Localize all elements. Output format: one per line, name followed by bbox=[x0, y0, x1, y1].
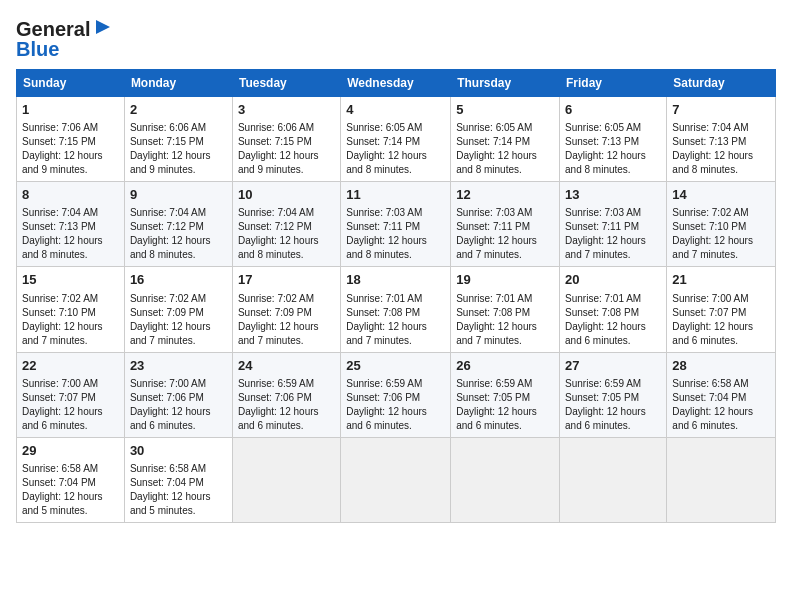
calendar-cell: 27Sunrise: 6:59 AMSunset: 7:05 PMDayligh… bbox=[560, 352, 667, 437]
calendar-cell: 1Sunrise: 7:06 AMSunset: 7:15 PMDaylight… bbox=[17, 97, 125, 182]
sunset-text: Sunset: 7:11 PM bbox=[565, 221, 639, 232]
sunrise-text: Sunrise: 7:01 AM bbox=[346, 293, 422, 304]
day-number: 23 bbox=[130, 357, 227, 375]
daylight-text: Daylight: 12 hours and 6 minutes. bbox=[565, 321, 646, 346]
day-number: 15 bbox=[22, 271, 119, 289]
day-number: 9 bbox=[130, 186, 227, 204]
sunset-text: Sunset: 7:08 PM bbox=[565, 307, 639, 318]
calendar-cell: 30Sunrise: 6:58 AMSunset: 7:04 PMDayligh… bbox=[124, 437, 232, 522]
sunset-text: Sunset: 7:08 PM bbox=[346, 307, 420, 318]
calendar-header-tuesday: Tuesday bbox=[232, 70, 340, 97]
day-number: 13 bbox=[565, 186, 661, 204]
logo-blue-text: Blue bbox=[16, 38, 59, 60]
sunset-text: Sunset: 7:12 PM bbox=[130, 221, 204, 232]
calendar-cell bbox=[341, 437, 451, 522]
sunset-text: Sunset: 7:06 PM bbox=[238, 392, 312, 403]
calendar-cell: 26Sunrise: 6:59 AMSunset: 7:05 PMDayligh… bbox=[451, 352, 560, 437]
calendar-header-monday: Monday bbox=[124, 70, 232, 97]
calendar-cell: 24Sunrise: 6:59 AMSunset: 7:06 PMDayligh… bbox=[232, 352, 340, 437]
calendar-week-row: 8Sunrise: 7:04 AMSunset: 7:13 PMDaylight… bbox=[17, 182, 776, 267]
day-number: 2 bbox=[130, 101, 227, 119]
sunrise-text: Sunrise: 7:00 AM bbox=[22, 378, 98, 389]
day-number: 22 bbox=[22, 357, 119, 375]
daylight-text: Daylight: 12 hours and 6 minutes. bbox=[672, 321, 753, 346]
sunset-text: Sunset: 7:15 PM bbox=[238, 136, 312, 147]
calendar-cell: 19Sunrise: 7:01 AMSunset: 7:08 PMDayligh… bbox=[451, 267, 560, 352]
sunset-text: Sunset: 7:11 PM bbox=[346, 221, 420, 232]
daylight-text: Daylight: 12 hours and 7 minutes. bbox=[130, 321, 211, 346]
sunset-text: Sunset: 7:04 PM bbox=[22, 477, 96, 488]
day-number: 29 bbox=[22, 442, 119, 460]
day-number: 8 bbox=[22, 186, 119, 204]
sunset-text: Sunset: 7:12 PM bbox=[238, 221, 312, 232]
calendar-cell: 15Sunrise: 7:02 AMSunset: 7:10 PMDayligh… bbox=[17, 267, 125, 352]
sunrise-text: Sunrise: 7:03 AM bbox=[565, 207, 641, 218]
calendar-week-row: 29Sunrise: 6:58 AMSunset: 7:04 PMDayligh… bbox=[17, 437, 776, 522]
calendar-cell: 16Sunrise: 7:02 AMSunset: 7:09 PMDayligh… bbox=[124, 267, 232, 352]
calendar-week-row: 15Sunrise: 7:02 AMSunset: 7:10 PMDayligh… bbox=[17, 267, 776, 352]
logo: General Blue bbox=[16, 16, 114, 61]
sunrise-text: Sunrise: 7:02 AM bbox=[130, 293, 206, 304]
calendar-header-saturday: Saturday bbox=[667, 70, 776, 97]
daylight-text: Daylight: 12 hours and 8 minutes. bbox=[238, 235, 319, 260]
sunrise-text: Sunrise: 7:00 AM bbox=[130, 378, 206, 389]
daylight-text: Daylight: 12 hours and 7 minutes. bbox=[22, 321, 103, 346]
daylight-text: Daylight: 12 hours and 8 minutes. bbox=[672, 150, 753, 175]
sunset-text: Sunset: 7:09 PM bbox=[130, 307, 204, 318]
day-number: 24 bbox=[238, 357, 335, 375]
calendar-cell bbox=[560, 437, 667, 522]
calendar-cell: 25Sunrise: 6:59 AMSunset: 7:06 PMDayligh… bbox=[341, 352, 451, 437]
daylight-text: Daylight: 12 hours and 6 minutes. bbox=[346, 406, 427, 431]
calendar-cell: 9Sunrise: 7:04 AMSunset: 7:12 PMDaylight… bbox=[124, 182, 232, 267]
sunrise-text: Sunrise: 6:58 AM bbox=[22, 463, 98, 474]
sunrise-text: Sunrise: 6:05 AM bbox=[456, 122, 532, 133]
calendar-cell bbox=[667, 437, 776, 522]
day-number: 20 bbox=[565, 271, 661, 289]
sunset-text: Sunset: 7:04 PM bbox=[672, 392, 746, 403]
sunset-text: Sunset: 7:06 PM bbox=[130, 392, 204, 403]
sunrise-text: Sunrise: 6:58 AM bbox=[672, 378, 748, 389]
day-number: 17 bbox=[238, 271, 335, 289]
daylight-text: Daylight: 12 hours and 8 minutes. bbox=[130, 235, 211, 260]
sunrise-text: Sunrise: 7:04 AM bbox=[130, 207, 206, 218]
sunrise-text: Sunrise: 6:05 AM bbox=[346, 122, 422, 133]
svg-marker-0 bbox=[96, 20, 110, 34]
day-number: 16 bbox=[130, 271, 227, 289]
day-number: 25 bbox=[346, 357, 445, 375]
daylight-text: Daylight: 12 hours and 7 minutes. bbox=[456, 235, 537, 260]
calendar-cell: 17Sunrise: 7:02 AMSunset: 7:09 PMDayligh… bbox=[232, 267, 340, 352]
day-number: 19 bbox=[456, 271, 554, 289]
sunrise-text: Sunrise: 7:00 AM bbox=[672, 293, 748, 304]
calendar-cell: 29Sunrise: 6:58 AMSunset: 7:04 PMDayligh… bbox=[17, 437, 125, 522]
day-number: 3 bbox=[238, 101, 335, 119]
calendar-body: 1Sunrise: 7:06 AMSunset: 7:15 PMDaylight… bbox=[17, 97, 776, 523]
day-number: 27 bbox=[565, 357, 661, 375]
sunrise-text: Sunrise: 7:01 AM bbox=[565, 293, 641, 304]
calendar-cell: 2Sunrise: 6:06 AMSunset: 7:15 PMDaylight… bbox=[124, 97, 232, 182]
calendar-cell: 12Sunrise: 7:03 AMSunset: 7:11 PMDayligh… bbox=[451, 182, 560, 267]
calendar-cell: 6Sunrise: 6:05 AMSunset: 7:13 PMDaylight… bbox=[560, 97, 667, 182]
sunrise-text: Sunrise: 7:06 AM bbox=[22, 122, 98, 133]
daylight-text: Daylight: 12 hours and 7 minutes. bbox=[456, 321, 537, 346]
day-number: 4 bbox=[346, 101, 445, 119]
sunrise-text: Sunrise: 7:01 AM bbox=[456, 293, 532, 304]
calendar-week-row: 22Sunrise: 7:00 AMSunset: 7:07 PMDayligh… bbox=[17, 352, 776, 437]
sunrise-text: Sunrise: 7:02 AM bbox=[22, 293, 98, 304]
calendar-cell: 22Sunrise: 7:00 AMSunset: 7:07 PMDayligh… bbox=[17, 352, 125, 437]
sunset-text: Sunset: 7:15 PM bbox=[130, 136, 204, 147]
calendar-cell: 20Sunrise: 7:01 AMSunset: 7:08 PMDayligh… bbox=[560, 267, 667, 352]
calendar-cell: 23Sunrise: 7:00 AMSunset: 7:06 PMDayligh… bbox=[124, 352, 232, 437]
calendar-header-wednesday: Wednesday bbox=[341, 70, 451, 97]
daylight-text: Daylight: 12 hours and 8 minutes. bbox=[346, 235, 427, 260]
calendar-cell bbox=[232, 437, 340, 522]
daylight-text: Daylight: 12 hours and 6 minutes. bbox=[565, 406, 646, 431]
sunset-text: Sunset: 7:13 PM bbox=[672, 136, 746, 147]
calendar-cell: 21Sunrise: 7:00 AMSunset: 7:07 PMDayligh… bbox=[667, 267, 776, 352]
calendar-table: SundayMondayTuesdayWednesdayThursdayFrid… bbox=[16, 69, 776, 523]
sunset-text: Sunset: 7:10 PM bbox=[22, 307, 96, 318]
calendar-cell: 13Sunrise: 7:03 AMSunset: 7:11 PMDayligh… bbox=[560, 182, 667, 267]
sunrise-text: Sunrise: 6:59 AM bbox=[456, 378, 532, 389]
day-number: 11 bbox=[346, 186, 445, 204]
day-number: 18 bbox=[346, 271, 445, 289]
sunset-text: Sunset: 7:04 PM bbox=[130, 477, 204, 488]
